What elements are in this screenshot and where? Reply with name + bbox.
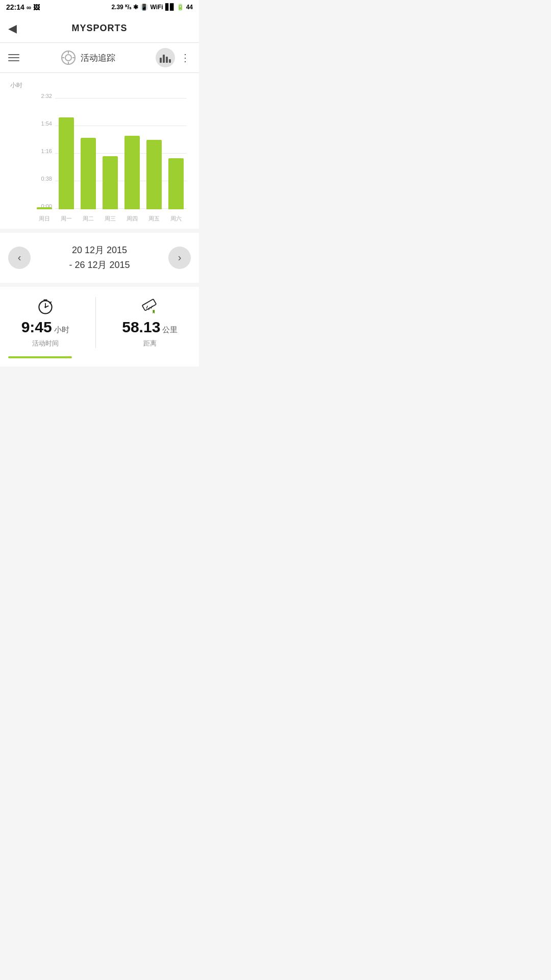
chart-section: 小时 2:32 1:54 1:16 0:38 0:00	[0, 73, 199, 229]
vibrate-icon: 📳	[140, 4, 148, 11]
chart-view-button[interactable]	[156, 48, 175, 67]
sub-header-center: 活动追踪	[60, 50, 115, 66]
top-nav: ◀ MYSPORTS	[0, 14, 199, 43]
infinity-icon: ∞	[27, 4, 31, 11]
x-label-5: 周五	[143, 215, 165, 223]
bar-2[interactable]	[81, 138, 96, 209]
more-options-button[interactable]: ⋮	[180, 52, 191, 64]
network-speed: 2.39 ᴷ/ₛ	[111, 4, 131, 11]
prev-week-button[interactable]: ‹	[8, 247, 31, 269]
date-range-line1: 20 12月 2015	[69, 243, 130, 258]
x-label-1: 周一	[56, 215, 78, 223]
duration-unit: 小时	[54, 325, 69, 335]
date-range-section: ‹ 20 12月 2015 - 26 12月 2015 ›	[0, 233, 199, 283]
x-label-4: 周四	[121, 215, 143, 223]
activity-icon	[60, 50, 77, 66]
stats-section: 9:45 小时 活动时间 58.13 公里 距离	[0, 287, 199, 366]
x-label-3: 周三	[99, 215, 121, 223]
battery-icon: 🔋	[177, 4, 184, 11]
status-left: 22:14 ∞ 🖼	[6, 3, 40, 11]
signal-icon: ▋▊	[165, 4, 174, 11]
svg-point-11	[44, 306, 46, 308]
bar-col-5	[143, 140, 165, 209]
sub-header: 活动追踪 ⋮	[0, 43, 199, 73]
bar-chart-icon	[160, 53, 171, 63]
distance-value-row: 58.13 公里	[122, 318, 178, 336]
menu-button[interactable]	[8, 54, 19, 61]
bar-col-6	[165, 158, 187, 209]
back-button[interactable]: ◀	[8, 22, 17, 35]
bar-4[interactable]	[124, 136, 140, 209]
status-bar: 22:14 ∞ 🖼 2.39 ᴷ/ₛ ✱ 📳 WiFi ▋▊ 🔋 44	[0, 0, 199, 14]
x-label-0: 周日	[34, 215, 56, 223]
bar-col-0	[34, 207, 56, 209]
chart-wrapper: 2:32 1:54 1:16 0:38 0:00	[8, 92, 191, 225]
bar-5[interactable]	[146, 140, 162, 209]
status-time: 22:14	[6, 3, 24, 11]
duration-stat: 9:45 小时 活动时间	[21, 297, 69, 348]
wifi-icon: WiFi	[150, 4, 163, 11]
duration-value: 9:45	[21, 318, 52, 336]
bottom-progress-bar	[8, 356, 72, 358]
image-icon: 🖼	[33, 4, 40, 11]
bar-0[interactable]	[37, 207, 52, 209]
bar-col-3	[99, 156, 121, 209]
status-right: 2.39 ᴷ/ₛ ✱ 📳 WiFi ▋▊ 🔋 44	[111, 4, 193, 11]
stat-divider	[95, 297, 96, 348]
sub-header-right: ⋮	[156, 48, 191, 67]
ruler-icon	[141, 297, 159, 315]
svg-point-1	[65, 55, 71, 61]
bars-area	[34, 97, 187, 209]
svg-marker-16	[153, 310, 155, 313]
distance-stat: 58.13 公里 距离	[122, 297, 178, 348]
x-axis-labels: 周日周一周二周三周四周五周六	[34, 215, 187, 223]
stopwatch-icon	[36, 297, 55, 315]
date-range-text: 20 12月 2015 - 26 12月 2015	[69, 243, 130, 273]
bar-1[interactable]	[59, 117, 74, 209]
svg-rect-9	[43, 299, 47, 301]
duration-value-row: 9:45 小时	[21, 318, 69, 336]
bar-col-2	[78, 138, 99, 209]
duration-label: 活动时间	[32, 339, 59, 348]
app-title: MYSPORTS	[71, 23, 127, 34]
bluetooth-icon: ✱	[133, 4, 138, 11]
svg-line-13	[146, 306, 148, 308]
bar-3[interactable]	[103, 156, 118, 209]
sub-header-label: 活动追踪	[81, 52, 115, 64]
distance-value: 58.13	[122, 318, 160, 336]
next-week-button[interactable]: ›	[168, 247, 191, 269]
bar-6[interactable]	[168, 158, 184, 209]
bar-col-4	[121, 136, 143, 209]
stats-row: 9:45 小时 活动时间 58.13 公里 距离	[8, 297, 191, 348]
distance-label: 距离	[143, 339, 157, 348]
x-label-6: 周六	[165, 215, 187, 223]
x-label-2: 周二	[78, 215, 99, 223]
y-axis-label: 小时	[10, 81, 191, 90]
date-range-line2: - 26 12月 2015	[69, 258, 130, 273]
battery-level: 44	[186, 4, 193, 11]
bar-col-1	[56, 117, 78, 209]
distance-unit: 公里	[162, 325, 178, 335]
